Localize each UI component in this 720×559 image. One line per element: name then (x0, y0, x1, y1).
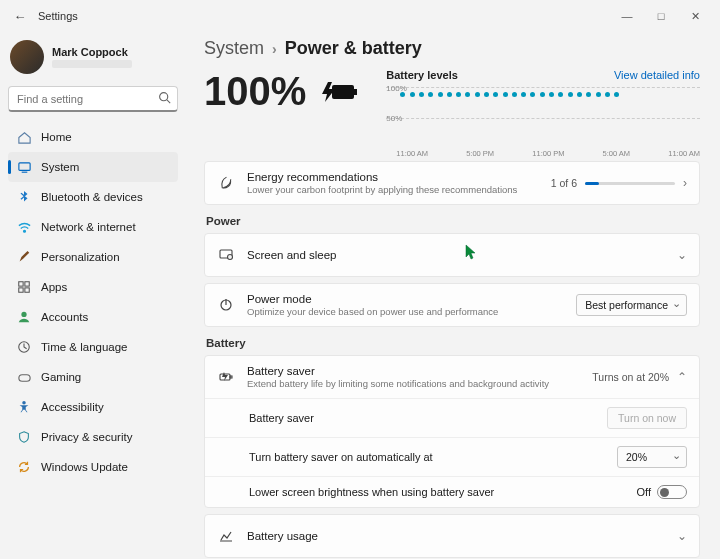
section-power: Power (206, 215, 700, 227)
energy-progress (585, 182, 675, 185)
sidebar-item-label: Network & internet (41, 221, 136, 233)
svg-rect-11 (18, 374, 29, 381)
battery-chart: 100% 50% 11:00 AM 5:00 PM 11:00 PM 5:00 … (386, 87, 700, 147)
sidebar-item-label: Bluetooth & devices (41, 191, 143, 203)
screen-icon (217, 247, 235, 263)
system-icon (16, 159, 32, 175)
page-title: Power & battery (285, 38, 422, 59)
profile-name: Mark Coppock (52, 46, 132, 58)
svg-rect-6 (25, 282, 29, 286)
search-box[interactable] (8, 86, 178, 112)
svg-rect-5 (19, 282, 23, 286)
saver-auto-row: Turn battery saver on automatically at 2… (205, 437, 699, 476)
svg-point-12 (22, 401, 26, 405)
battery-usage-card[interactable]: Battery usage ⌄ (204, 514, 700, 558)
svg-rect-14 (354, 89, 357, 95)
svg-point-16 (228, 255, 233, 260)
svg-rect-7 (19, 288, 23, 292)
sidebar-item-accounts[interactable]: Accounts (8, 302, 178, 332)
battery-saver-header[interactable]: Battery saver Extend battery life by lim… (205, 356, 699, 398)
sidebar-item-bluetooth[interactable]: Bluetooth & devices (8, 182, 178, 212)
sidebar-item-network[interactable]: Network & internet (8, 212, 178, 242)
search-input[interactable] (8, 86, 178, 112)
accessibility-icon (16, 399, 32, 415)
shield-icon (16, 429, 32, 445)
main-content: System › Power & battery 100% Battery le… (186, 32, 720, 559)
power-mode-card[interactable]: Power mode Optimize your device based on… (204, 283, 700, 327)
svg-rect-20 (230, 376, 232, 378)
wifi-icon (16, 219, 32, 235)
svg-point-4 (23, 230, 25, 232)
view-detail-link[interactable]: View detailed info (614, 69, 700, 81)
sidebar-item-label: System (41, 161, 79, 173)
sidebar: Mark Coppock Home System Bluetooth & dev… (0, 32, 186, 559)
turn-on-now-button: Turn on now (607, 407, 687, 429)
search-icon (158, 91, 171, 106)
breadcrumb-root[interactable]: System (204, 38, 264, 59)
svg-rect-13 (332, 85, 354, 99)
chevron-right-icon: › (683, 176, 687, 190)
sidebar-item-label: Gaming (41, 371, 81, 383)
maximize-button[interactable]: □ (644, 2, 678, 30)
saver-icon (217, 369, 235, 385)
usage-icon (217, 528, 235, 544)
power-icon (217, 297, 235, 313)
window-title: Settings (38, 10, 78, 22)
energy-title: Energy recommendations (247, 171, 517, 183)
update-icon (16, 459, 32, 475)
svg-point-0 (160, 93, 168, 101)
profile[interactable]: Mark Coppock (8, 36, 178, 84)
minimize-button[interactable]: — (610, 2, 644, 30)
chevron-down-icon: ⌄ (677, 248, 687, 262)
sidebar-item-accessibility[interactable]: Accessibility (8, 392, 178, 422)
avatar (10, 40, 44, 74)
saver-threshold-select[interactable]: 20% (617, 446, 687, 468)
energy-card[interactable]: Energy recommendations Lower your carbon… (204, 161, 700, 205)
energy-count: 1 of 6 (551, 177, 577, 189)
person-icon (16, 309, 32, 325)
sidebar-item-label: Home (41, 131, 72, 143)
brush-icon (16, 249, 32, 265)
svg-rect-8 (25, 288, 29, 292)
sidebar-item-time[interactable]: Time & language (8, 332, 178, 362)
profile-sub (52, 60, 132, 68)
clock-icon (16, 339, 32, 355)
leaf-icon (217, 175, 235, 192)
brightness-toggle[interactable] (657, 485, 687, 499)
sidebar-item-label: Personalization (41, 251, 120, 263)
apps-icon (16, 279, 32, 295)
battery-saver-card: Battery saver Extend battery life by lim… (204, 355, 700, 508)
energy-desc: Lower your carbon footprint by applying … (247, 184, 517, 195)
sidebar-item-label: Windows Update (41, 461, 128, 473)
svg-rect-2 (18, 162, 29, 170)
chevron-right-icon: › (272, 41, 277, 57)
sidebar-item-label: Accessibility (41, 401, 104, 413)
sidebar-item-privacy[interactable]: Privacy & security (8, 422, 178, 452)
saver-now-row: Battery saver Turn on now (205, 398, 699, 437)
back-button[interactable]: ← (8, 9, 32, 24)
sidebar-item-personalization[interactable]: Personalization (8, 242, 178, 272)
levels-title: Battery levels (386, 69, 458, 81)
svg-point-9 (21, 312, 26, 317)
svg-line-1 (167, 100, 170, 103)
saver-brightness-row: Lower screen brightness when using batte… (205, 476, 699, 507)
section-battery: Battery (206, 337, 700, 349)
bluetooth-icon (16, 189, 32, 205)
sidebar-item-label: Accounts (41, 311, 88, 323)
sidebar-item-system[interactable]: System (8, 152, 178, 182)
battery-percent: 100% (204, 69, 360, 114)
screen-sleep-card[interactable]: Screen and sleep ⌄ (204, 233, 700, 277)
chevron-down-icon: ⌄ (677, 529, 687, 543)
sidebar-item-label: Time & language (41, 341, 128, 353)
sidebar-item-home[interactable]: Home (8, 122, 178, 152)
breadcrumb: System › Power & battery (204, 38, 700, 59)
home-icon (16, 129, 32, 145)
gaming-icon (16, 369, 32, 385)
title-bar: ← Settings — □ ✕ (0, 0, 720, 32)
sidebar-item-gaming[interactable]: Gaming (8, 362, 178, 392)
sidebar-item-update[interactable]: Windows Update (8, 452, 178, 482)
close-button[interactable]: ✕ (678, 2, 712, 30)
power-mode-select[interactable]: Best performance (576, 294, 687, 316)
battery-icon (320, 69, 360, 114)
sidebar-item-apps[interactable]: Apps (8, 272, 178, 302)
